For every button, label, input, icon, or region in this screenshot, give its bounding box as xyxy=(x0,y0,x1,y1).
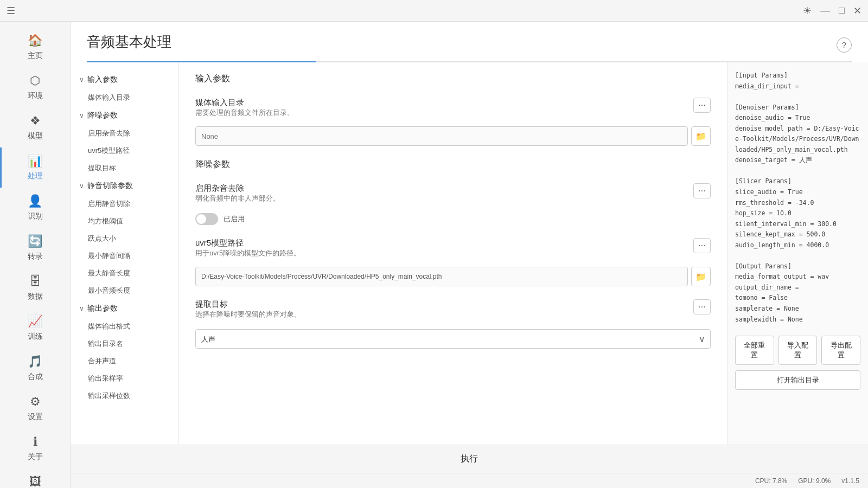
media-input-dir-label: 媒体输入目录 xyxy=(195,98,294,108)
extract-target-select[interactable]: 人声 非人声 xyxy=(195,329,711,349)
menu-icon[interactable]: ☰ xyxy=(7,5,15,17)
sidebar-item-model[interactable]: ❖ 模型 xyxy=(0,107,70,147)
nav-item-extract-target[interactable]: 提取目标 xyxy=(71,159,178,177)
extract-target-block: 提取目标 选择在降噪时要保留的声音对象。 ··· 人声 非人声 ∨ xyxy=(195,299,711,349)
sidebar-item-train[interactable]: 📈 训练 xyxy=(0,308,70,348)
sidebar-item-recognize[interactable]: 👤 识别 xyxy=(0,188,70,228)
uvr5-model-path-more-btn[interactable]: ··· xyxy=(693,238,711,253)
page-title: 音频基本处理 xyxy=(87,33,171,52)
execute-btn[interactable]: 执行 xyxy=(71,445,868,473)
nav-item-media-input-dir[interactable]: 媒体输入目录 xyxy=(71,89,178,106)
home-icon: 🏠 xyxy=(28,34,42,48)
convert-icon: 🔄 xyxy=(28,234,42,248)
sidebar-label-data: 数据 xyxy=(28,292,43,301)
sidebar-item-data[interactable]: 🗄 数据 xyxy=(0,268,70,308)
nav-section-silence-label: 静音切除参数 xyxy=(87,181,133,191)
reset-all-btn[interactable]: 全部重置 xyxy=(735,336,774,365)
media-input-dir-more-btn[interactable]: ··· xyxy=(693,98,711,113)
main-content: ∨ 输入参数 媒体输入目录 ∨ 降噪参数 启用杂音去除 uvr5模型路径 提取目… xyxy=(71,62,868,445)
titlebar-left: ☰ xyxy=(7,5,15,17)
nav-section-silence[interactable]: ∨ 静音切除参数 xyxy=(71,177,178,195)
nav-item-min-silence-interval[interactable]: 最小静音间隔 xyxy=(71,247,178,265)
synthesize-icon: 🎵 xyxy=(28,355,42,369)
train-icon: 📈 xyxy=(28,314,42,329)
nav-item-max-silence-length[interactable]: 最大静音长度 xyxy=(71,265,178,282)
nav-section-denoise[interactable]: ∨ 降噪参数 xyxy=(71,106,178,125)
nav-item-merge-channel[interactable]: 合并声道 xyxy=(71,352,178,370)
nav-item-enable-denoise[interactable]: 启用杂音去除 xyxy=(71,125,178,142)
enable-denoise-toggle-label: 已启用 xyxy=(224,214,245,224)
open-output-dir-btn[interactable]: 打开输出目录 xyxy=(735,370,860,390)
nav-section-output[interactable]: ∨ 输出参数 xyxy=(71,299,178,318)
denoise-params-title: 降噪参数 xyxy=(195,159,711,170)
help-icon[interactable]: ? xyxy=(837,37,852,53)
uvr5-model-path-label: uvr5模型路径 xyxy=(195,238,301,248)
sidebar-label-convert: 转录 xyxy=(28,252,43,261)
enable-denoise-block: 启用杂音去除 弱化音频中的非人声部分。 ··· 已启用 xyxy=(195,183,711,225)
import-config-btn[interactable]: 导入配置 xyxy=(778,336,818,365)
uvr5-model-path-desc: 用于uvr5降噪的模型文件的路径。 xyxy=(195,248,301,258)
extract-target-more-btn[interactable]: ··· xyxy=(693,299,711,314)
model-icon: ❖ xyxy=(30,114,41,128)
nav-item-min-audio-length[interactable]: 最小音频长度 xyxy=(71,282,178,299)
nav-item-output-sample-bits[interactable]: 输出采样位数 xyxy=(71,387,178,404)
media-input-dir-header: 媒体输入目录 需要处理的音频文件所在目录。 ··· xyxy=(195,98,711,124)
sidebar-label-train: 训练 xyxy=(28,332,43,342)
sidebar-item-synthesize[interactable]: 🎵 合成 xyxy=(0,348,70,388)
minimize-icon[interactable]: — xyxy=(820,5,830,16)
nav-item-output-sample-rate[interactable]: 输出采样率 xyxy=(71,370,178,387)
uvr5-model-path-input-row: 📁 xyxy=(195,267,711,286)
nav-item-rms-threshold[interactable]: 均方根阈值 xyxy=(71,213,178,230)
chevron-denoise-icon: ∨ xyxy=(79,112,84,119)
process-icon: 📊 xyxy=(28,154,42,168)
media-input-dir-browse-btn[interactable]: 📁 xyxy=(691,126,711,146)
titlebar-right: ☀ — □ ✕ xyxy=(803,5,861,17)
media-input-dir-input-row: 📁 xyxy=(195,126,711,146)
sidebar-label-process: 处理 xyxy=(28,171,43,181)
input-params-title: 输入参数 xyxy=(195,73,711,85)
sidebar-label-settings: 设置 xyxy=(28,412,43,422)
maximize-icon[interactable]: □ xyxy=(839,5,845,16)
nav-item-enable-silence[interactable]: 启用静音切除 xyxy=(71,195,178,213)
nav-item-media-output-format[interactable]: 媒体输出格式 xyxy=(71,318,178,335)
sidebar-label-recognize: 识别 xyxy=(28,211,43,221)
uvr5-model-path-input[interactable] xyxy=(195,267,688,286)
recognize-icon: 👤 xyxy=(28,194,42,208)
content-area: 音频基本处理 ? ∨ 输入参数 媒体输入目录 ∨ 降噪参数 启用杂音去除 xyxy=(71,22,868,488)
chevron-silence-icon: ∨ xyxy=(79,182,84,190)
enable-denoise-more-btn[interactable]: ··· xyxy=(693,183,711,198)
sidebar-item-env[interactable]: ⬡ 环境 xyxy=(0,67,70,107)
btn-row-2: 打开输出目录 xyxy=(735,370,860,390)
export-config-btn[interactable]: 导出配置 xyxy=(821,336,860,365)
sidebar-item-about[interactable]: ℹ 关于 xyxy=(0,428,70,468)
nav-item-uvr5-model-path[interactable]: uvr5模型路径 xyxy=(71,142,178,159)
close-icon[interactable]: ✕ xyxy=(853,5,861,17)
chevron-output-icon: ∨ xyxy=(79,305,84,312)
left-nav: ∨ 输入参数 媒体输入目录 ∨ 降噪参数 启用杂音去除 uvr5模型路径 提取目… xyxy=(71,62,179,445)
page-header: 音频基本处理 ? xyxy=(71,22,868,62)
enable-denoise-desc: 弱化音频中的非人声部分。 xyxy=(195,194,280,203)
nav-item-output-dir-name[interactable]: 输出目录名 xyxy=(71,335,178,352)
center-panel: 输入参数 媒体输入目录 需要处理的音频文件所在目录。 ··· 📁 xyxy=(179,62,727,445)
enable-denoise-toggle[interactable] xyxy=(195,213,218,225)
sidebar-label-home: 主页 xyxy=(28,51,43,61)
nav-item-hop-size[interactable]: 跃点大小 xyxy=(71,230,178,247)
extract-target-header: 提取目标 选择在降噪时要保留的声音对象。 ··· xyxy=(195,299,711,326)
sidebar-item-extra[interactable]: 🖼 xyxy=(0,468,70,488)
nav-section-output-label: 输出参数 xyxy=(87,304,118,313)
sidebar-item-settings[interactable]: ⚙ 设置 xyxy=(0,388,70,428)
nav-section-input[interactable]: ∨ 输入参数 xyxy=(71,70,178,89)
uvr5-model-path-browse-btn[interactable]: 📁 xyxy=(691,267,711,286)
uvr5-model-path-block: uvr5模型路径 用于uvr5降噪的模型文件的路径。 ··· 📁 xyxy=(195,238,711,286)
sidebar-item-home[interactable]: 🏠 主页 xyxy=(0,27,70,67)
cpu-status: CPU: 7.8% xyxy=(755,477,787,485)
sidebar-item-process[interactable]: 📊 处理 xyxy=(0,147,70,188)
sidebar: 🏠 主页 ⬡ 环境 ❖ 模型 📊 处理 👤 识别 🔄 转录 🗄 数据 xyxy=(0,22,71,488)
main-layout: 🏠 主页 ⬡ 环境 ❖ 模型 📊 处理 👤 识别 🔄 转录 🗄 数据 xyxy=(0,22,868,488)
sidebar-label-env: 环境 xyxy=(28,91,43,101)
theme-icon[interactable]: ☀ xyxy=(803,5,812,17)
sidebar-item-convert[interactable]: 🔄 转录 xyxy=(0,228,70,268)
titlebar: ☰ ☀ — □ ✕ xyxy=(0,0,868,22)
extract-target-select-row: 人声 非人声 ∨ xyxy=(195,329,711,349)
media-input-dir-input[interactable] xyxy=(195,126,688,146)
